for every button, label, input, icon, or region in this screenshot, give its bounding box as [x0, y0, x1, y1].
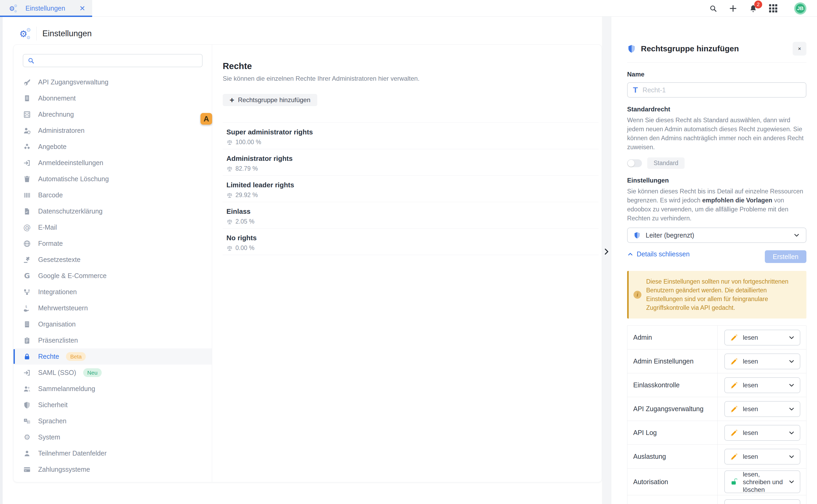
- sidebar-item[interactable]: API Zugangsverwaltung: [13, 74, 212, 90]
- sidebar-item[interactable]: Formate: [13, 235, 212, 252]
- sidebar-item[interactable]: Barcode: [13, 187, 212, 203]
- sidebar-item[interactable]: Integrationen: [13, 284, 212, 300]
- sidebar-item[interactable]: G Google & E-Commerce: [13, 268, 212, 284]
- permission-select[interactable]: lesen: [724, 401, 800, 417]
- sidebar-item[interactable]: Anmeldeeinstellungen: [13, 155, 212, 171]
- chevron-right-icon[interactable]: [602, 248, 610, 256]
- rights-group-row[interactable]: Limited leader rights 29.92 %: [223, 176, 598, 202]
- sidebar-item[interactable]: Abrechnung: [13, 106, 212, 122]
- permission-level-icon: [730, 477, 739, 486]
- sidebar-item-icon: [23, 207, 31, 216]
- annotation-marker-a: A: [200, 113, 212, 125]
- sidebar-item-icon: [23, 175, 31, 183]
- sidebar-item-label: Integrationen: [38, 288, 77, 296]
- name-label: Name: [627, 71, 806, 78]
- sidebar-item-icon: [23, 143, 31, 151]
- permission-row: Einlasskontrolle lesen: [628, 373, 806, 397]
- tab-close-icon[interactable]: ✕: [79, 4, 85, 13]
- permission-select[interactable]: lesen: [724, 330, 800, 346]
- sidebar-item-icon: [23, 126, 31, 135]
- sidebar-item-icon: [23, 352, 31, 361]
- permission-select[interactable]: lesen: [724, 499, 800, 504]
- sidebar-item[interactable]: Zahlungssysteme: [13, 461, 212, 478]
- standard-description: Wenn Sie dieses Recht als Standard auswä…: [627, 116, 806, 152]
- sidebar-item-icon: [23, 159, 31, 167]
- scale-icon: [227, 139, 233, 146]
- permission-row: Zweifaktorauthentifizierung lesen: [628, 495, 806, 504]
- sidebar-item[interactable]: Rechte Beta: [13, 348, 212, 365]
- tab-title: Einstellungen: [25, 4, 74, 12]
- sidebar-item[interactable]: Automatische Löschung: [13, 171, 212, 187]
- warning-text: Diese Einstellungen sollten nur von fort…: [646, 277, 800, 312]
- sidebar-item[interactable]: Sammelanmeldung: [13, 381, 212, 397]
- create-button[interactable]: Erstellen: [765, 250, 806, 263]
- permission-level-icon: [730, 357, 739, 366]
- sidebar-item[interactable]: Abonnement: [13, 90, 212, 106]
- panel-title: Rechtsgruppe hinzufügen: [641, 44, 788, 53]
- sidebar-item-icon: [23, 191, 31, 199]
- tab-einstellungen[interactable]: ⚙⚙⚙ Einstellungen ✕: [0, 0, 92, 17]
- sidebar-item-icon: [23, 256, 31, 264]
- sidebar-item[interactable]: Organisation: [13, 316, 212, 332]
- sidebar-item-icon: [23, 239, 31, 248]
- add-rights-group-button[interactable]: + Rechtsgruppe hinzufügen: [223, 94, 317, 106]
- sidebar-item[interactable]: $ Mehrwertsteuern: [13, 300, 212, 316]
- sidebar-item-label: Abrechnung: [38, 111, 74, 118]
- sidebar-search-input[interactable]: [38, 57, 198, 64]
- sidebar-item[interactable]: SAML (SSO) Neu: [13, 365, 212, 381]
- permission-select[interactable]: lesen: [724, 425, 800, 441]
- name-field[interactable]: [643, 86, 801, 94]
- permission-select[interactable]: lesen: [724, 377, 800, 393]
- page-header: ⚙⚙⚙ Einstellungen: [19, 27, 92, 40]
- panel-collapse-rail[interactable]: [602, 17, 611, 504]
- sidebar-item[interactable]: ⚙ System: [13, 429, 212, 445]
- scale-icon: [227, 245, 233, 251]
- standard-toggle[interactable]: [627, 159, 642, 167]
- apps-grid-icon[interactable]: [769, 4, 777, 12]
- sidebar-item-icon: [23, 320, 31, 329]
- permission-resource-label: Admin Einstellungen: [628, 349, 718, 373]
- sidebar-item[interactable]: A文 Sprachen: [13, 413, 212, 429]
- close-icon[interactable]: ✕: [793, 42, 806, 56]
- notifications-bell-icon[interactable]: 2: [749, 4, 757, 13]
- sidebar-item-label: Präsenzlisten: [38, 337, 78, 344]
- rights-group-row[interactable]: Einlass 2.05 %: [223, 202, 598, 229]
- sidebar-item[interactable]: Sicherheit: [13, 397, 212, 413]
- sidebar-item[interactable]: Präsenzlisten: [13, 332, 212, 348]
- sidebar-search[interactable]: [23, 54, 202, 67]
- sidebar-item-icon: [23, 369, 31, 377]
- permission-level-icon: [730, 428, 739, 437]
- rights-group-row[interactable]: Administrator rights 82.79 %: [223, 149, 598, 176]
- svg-text:A: A: [25, 419, 27, 421]
- chevron-down-icon: [788, 453, 795, 460]
- sidebar-item[interactable]: Administratoren: [13, 122, 212, 139]
- sidebar-item[interactable]: Gesetzestexte: [13, 252, 212, 268]
- search-icon[interactable]: [709, 4, 717, 12]
- permission-select[interactable]: lesen: [724, 353, 800, 369]
- template-select[interactable]: Leiter (begrenzt): [627, 228, 806, 243]
- permission-row: Autorisation lesen, schreiben und lösche…: [628, 469, 806, 495]
- sidebar-item-label: Teilnehmer Datenfelder: [38, 449, 106, 457]
- standard-chip: Standard: [647, 157, 685, 169]
- sidebar-item[interactable]: @ E-Mail: [13, 219, 212, 235]
- chevron-down-icon: [788, 382, 795, 389]
- permission-select[interactable]: lesen: [724, 449, 800, 465]
- main-stage: ⚙⚙⚙ Einstellungen API Zugangsverwaltung: [0, 17, 817, 504]
- permission-select[interactable]: lesen, schreiben und löschen: [724, 470, 800, 493]
- svg-text:文: 文: [28, 420, 30, 423]
- permission-row: Admin Einstellungen lesen: [628, 349, 806, 373]
- chevron-down-icon: [788, 406, 795, 412]
- sidebar-item[interactable]: Angebote: [13, 139, 212, 155]
- details-toggle-link[interactable]: Details schliessen: [627, 250, 690, 258]
- settings-gears-icon: ⚙⚙⚙: [19, 28, 31, 39]
- shield-blue-icon: [627, 44, 636, 53]
- avatar[interactable]: JB: [794, 2, 806, 15]
- permission-resource-label: Zweifaktorauthentifizierung: [628, 495, 718, 504]
- permission-level-icon: [730, 503, 739, 504]
- rights-group-row[interactable]: No rights 0.00 %: [223, 229, 598, 255]
- rights-group-row[interactable]: Super administrator rights 100.00 %: [223, 123, 598, 149]
- chevron-down-icon: [788, 429, 795, 436]
- sidebar-item[interactable]: Datenschutzerklärung: [13, 203, 212, 219]
- add-icon[interactable]: [729, 4, 737, 13]
- sidebar-item[interactable]: Teilnehmer Datenfelder: [13, 445, 212, 461]
